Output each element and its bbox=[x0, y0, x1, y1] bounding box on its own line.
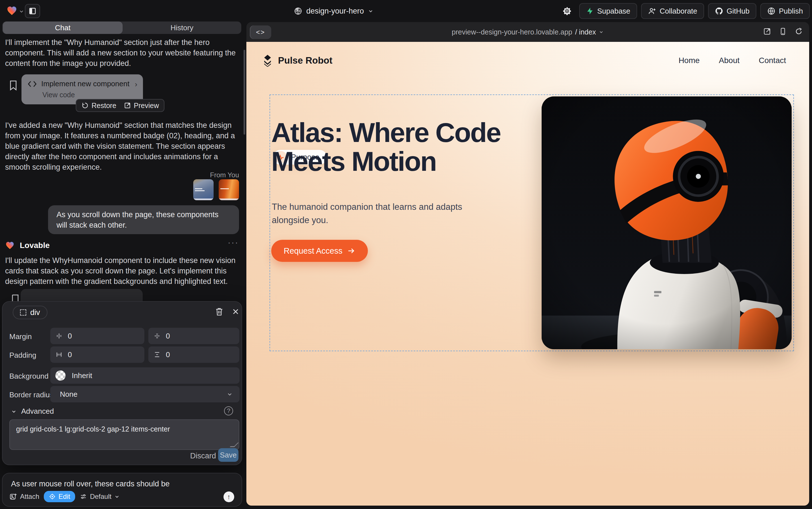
element-inspector-panel: div Margin 0 0 Padding bbox=[2, 301, 242, 465]
assistant-header: Lovable bbox=[5, 241, 50, 250]
selected-element-chip[interactable]: div bbox=[13, 306, 47, 319]
padding-x-icon bbox=[56, 351, 63, 358]
assistant-message-2: I've added a new "Why Humanoid" section … bbox=[5, 120, 241, 172]
attachment-thumbnail-orange[interactable] bbox=[219, 179, 239, 200]
collaborate-button[interactable]: Collaborate bbox=[641, 3, 704, 19]
edit-mode-button[interactable]: Edit bbox=[44, 491, 75, 502]
hero-subtitle: The humanoid companion that learns and a… bbox=[272, 200, 472, 227]
site-nav: Home About Contact bbox=[679, 56, 786, 65]
margin-x-input[interactable]: 0 bbox=[50, 328, 144, 344]
tool-card-title: Implement new component bbox=[41, 79, 130, 88]
padding-y-input[interactable]: 0 bbox=[148, 346, 239, 363]
app-window: design-your-hero Supabase bbox=[0, 0, 812, 509]
margin-x-icon bbox=[56, 332, 63, 340]
chevron-down-icon bbox=[114, 494, 120, 499]
restore-icon bbox=[81, 102, 89, 109]
border-radius-select[interactable]: None bbox=[50, 386, 239, 402]
chevron-down-icon bbox=[599, 29, 604, 34]
nav-link-contact[interactable]: Contact bbox=[759, 56, 786, 65]
supabase-icon bbox=[586, 7, 594, 15]
hero-robot-image bbox=[542, 96, 792, 349]
site-preview: Pulse Robot Home About Contact Purpose bbox=[246, 42, 809, 506]
hero-heading: Atlas: Where Code Meets Motion bbox=[271, 118, 501, 176]
supabase-button[interactable]: Supabase bbox=[579, 3, 637, 19]
assistant-message-3: I'll update the WhyHumanoid component to… bbox=[5, 256, 236, 287]
add-user-icon bbox=[648, 7, 656, 15]
send-button[interactable]: ↑ bbox=[223, 491, 234, 502]
settings-gear-button[interactable] bbox=[559, 3, 575, 19]
publish-button[interactable]: Publish bbox=[760, 3, 810, 19]
lovable-heart-icon bbox=[5, 241, 15, 250]
nav-link-about[interactable]: About bbox=[719, 56, 739, 65]
bookmark-icon-2 bbox=[10, 294, 20, 302]
preview-header: <> preview--design-your-hero.lovable.app… bbox=[246, 22, 809, 42]
attach-image-icon bbox=[9, 493, 17, 501]
preview-url-bar[interactable]: preview--design-your-hero.lovable.app / … bbox=[246, 22, 809, 42]
arrow-right-icon bbox=[347, 246, 356, 255]
lovable-logo-icon[interactable] bbox=[6, 5, 17, 16]
resize-handle[interactable] bbox=[230, 443, 239, 447]
top-bar: design-your-hero Supabase bbox=[0, 0, 812, 22]
composer-input[interactable]: As user mouse roll over, these cards sho… bbox=[11, 480, 170, 488]
preview-button[interactable]: Preview bbox=[124, 102, 159, 110]
open-in-new-tab-button[interactable] bbox=[763, 27, 771, 36]
discard-button[interactable]: Discard bbox=[190, 451, 216, 461]
padding-label: Padding bbox=[9, 351, 36, 360]
element-tag: div bbox=[30, 308, 40, 317]
assistant-message-1: I'll implement the "Why Humanoid" sectio… bbox=[5, 37, 236, 69]
mobile-view-button[interactable] bbox=[779, 27, 787, 36]
margin-label: Margin bbox=[9, 332, 32, 341]
tab-chat[interactable]: Chat bbox=[3, 22, 123, 34]
advanced-section-toggle[interactable]: Advanced bbox=[11, 407, 54, 416]
project-selector[interactable]: design-your-hero bbox=[294, 5, 373, 17]
dashed-box-icon bbox=[20, 309, 26, 315]
user-message-bubble: As you scroll down the page, these compo… bbox=[48, 205, 239, 234]
site-brand[interactable]: Pulse Robot bbox=[262, 54, 333, 67]
assistant-name: Lovable bbox=[20, 241, 50, 250]
pulse-robot-logo-icon bbox=[262, 54, 273, 67]
request-access-button[interactable]: Request Access bbox=[271, 240, 368, 262]
close-inspector-button[interactable] bbox=[232, 308, 239, 315]
chevron-down-icon bbox=[368, 8, 373, 14]
toggle-sidebar-button[interactable] bbox=[25, 4, 40, 18]
save-button[interactable]: Save bbox=[218, 448, 238, 462]
github-button[interactable]: GitHub bbox=[708, 3, 756, 19]
site-header: Pulse Robot Home About Contact bbox=[262, 52, 794, 69]
topbar-actions: Supabase Collaborate GitHub Publish bbox=[559, 3, 810, 19]
delete-element-button[interactable] bbox=[215, 307, 223, 316]
transparency-swatch-icon bbox=[56, 370, 66, 381]
attach-button[interactable]: Attach bbox=[9, 493, 39, 501]
padding-x-input[interactable]: 0 bbox=[50, 346, 144, 363]
advanced-classes-textarea[interactable]: grid grid-cols-1 lg:grid-cols-2 gap-12 i… bbox=[9, 419, 239, 450]
github-icon bbox=[715, 7, 723, 15]
attachment-thumbnail-blue[interactable] bbox=[193, 179, 214, 200]
external-link-icon bbox=[124, 102, 131, 109]
chevron-down-icon bbox=[11, 409, 17, 414]
border-radius-label: Border radius bbox=[9, 391, 53, 399]
target-icon bbox=[49, 493, 56, 500]
logo-chevron-icon[interactable] bbox=[19, 8, 24, 14]
code-icon bbox=[28, 80, 37, 88]
project-name: design-your-hero bbox=[306, 7, 364, 15]
margin-y-input[interactable]: 0 bbox=[148, 328, 239, 344]
help-icon[interactable]: ? bbox=[224, 406, 233, 415]
model-mode-selector[interactable]: Default bbox=[80, 493, 120, 501]
restore-preview-toolbar: Restore Preview bbox=[76, 99, 164, 112]
sliders-icon bbox=[80, 493, 87, 500]
chevron-right-icon: › bbox=[135, 80, 137, 89]
margin-y-icon bbox=[153, 332, 161, 340]
chat-scrollbar-thumb[interactable] bbox=[244, 50, 245, 135]
restore-button[interactable]: Restore bbox=[81, 102, 116, 110]
background-input[interactable]: Inherit bbox=[50, 367, 239, 384]
view-code-link[interactable]: View code bbox=[42, 91, 75, 99]
from-you-label: From You bbox=[175, 171, 239, 179]
background-label: Background bbox=[9, 372, 48, 381]
tab-history[interactable]: History bbox=[123, 22, 241, 34]
publish-globe-icon bbox=[767, 7, 776, 15]
preview-panel: <> preview--design-your-hero.lovable.app… bbox=[246, 22, 809, 506]
message-menu-button[interactable]: ··· bbox=[228, 238, 239, 247]
nav-link-home[interactable]: Home bbox=[679, 56, 700, 65]
bookmark-icon[interactable] bbox=[8, 80, 18, 91]
padding-y-icon bbox=[153, 351, 161, 358]
refresh-button[interactable] bbox=[795, 27, 803, 36]
